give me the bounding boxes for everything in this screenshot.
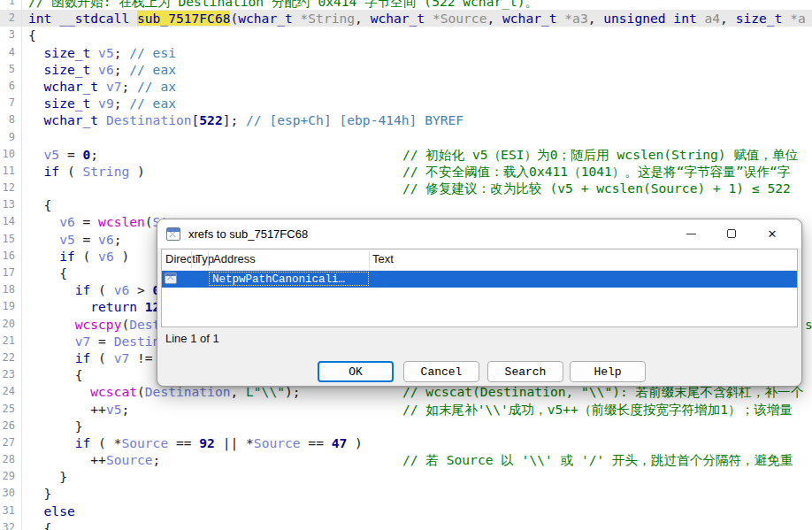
- line-number: 9: [0, 129, 22, 146]
- code-token: // [esp+Ch] [ebp-414h] BYREF: [246, 112, 463, 127]
- code-token: 47: [332, 435, 348, 450]
- code-token: *String: [301, 11, 356, 26]
- code-token: v5: [106, 402, 122, 417]
- cancel-button[interactable]: Cancel: [403, 361, 479, 382]
- code-token: }: [28, 419, 83, 434]
- xref-icon: [165, 273, 177, 284]
- code-token: a4: [705, 11, 721, 26]
- code-line[interactable]: 10 v5 = 0;// 初始化 v5（ESI）为0；随后用 wcslen(St…: [0, 146, 812, 163]
- line-number: 24: [0, 383, 22, 400]
- code-line[interactable]: 26 }: [0, 418, 812, 434]
- line-number: 6: [0, 78, 22, 95]
- maximize-icon[interactable]: [711, 219, 752, 248]
- code-token: *a3: [564, 11, 587, 26]
- code-token: Source: [106, 452, 153, 467]
- xrefs-window-icon: [166, 227, 180, 241]
- code-token: {: [28, 520, 51, 530]
- line-number: 26: [0, 418, 22, 434]
- code-line[interactable]: 8 wchar_t Destination[522]; // [esp+Ch] …: [0, 111, 812, 128]
- code-token: ++: [28, 452, 106, 467]
- code-line[interactable]: 25 ++v5;// 如末尾补'\\'成功，v5++（前缀长度按宽字符增加1）；…: [0, 401, 812, 418]
- code-token: return: [90, 299, 137, 314]
- code-line[interactable]: 4 size_t v5; // esi: [0, 44, 812, 61]
- help-button[interactable]: Help: [570, 361, 646, 382]
- code-line[interactable]: 12// 修复建议：改为比较 (v5 + wcslen(Source) + 1)…: [0, 180, 812, 196]
- code-token: v7: [106, 79, 122, 94]
- line-number: 10: [0, 146, 22, 163]
- code-line[interactable]: 3{: [0, 27, 812, 43]
- code-line[interactable]: 6 wchar_t v7; // ax: [0, 78, 812, 95]
- line-number: 7: [0, 95, 22, 111]
- dialog-titlebar[interactable]: xrefs to sub_7517FC68 ✕: [157, 219, 801, 248]
- code-token: ): [114, 249, 130, 264]
- code-token: 0: [83, 147, 91, 162]
- line-number: 27: [0, 434, 22, 451]
- line-number: 3: [0, 27, 22, 43]
- code-line[interactable]: 31 else: [0, 503, 812, 519]
- xref-row-selected[interactable]: Up p NetpwPathCanonicali… call sub_7517F…: [162, 271, 797, 288]
- code-token: // 函数开始: 在栈上为 Destination 分配约 0x414 字节空间…: [28, 0, 538, 9]
- column-header-address[interactable]: Address: [213, 252, 256, 265]
- code-token: size_t: [44, 96, 99, 111]
- code-line[interactable]: 5 size_t v6; // eax: [0, 61, 812, 78]
- close-icon[interactable]: ✕: [752, 219, 793, 248]
- line-number: 16: [0, 248, 22, 265]
- comment-fragment: s: [805, 316, 812, 333]
- code-token: {: [28, 265, 67, 280]
- line-number: 21: [0, 333, 22, 349]
- code-line[interactable]: 13 {: [0, 196, 812, 213]
- code-comment: // 不安全阈值：载入0x411（1041）。这是将“字节容量”误作“字: [402, 163, 790, 180]
- line-number: 11: [0, 163, 22, 180]
- code-line[interactable]: 27 if ( *Source == 92 || *Source == 47 ): [0, 434, 812, 451]
- column-header-type[interactable]: Typ: [195, 252, 214, 265]
- line-number: 5: [0, 61, 22, 78]
- code-token: {: [28, 367, 83, 382]
- code-token: [28, 334, 75, 349]
- code-token: (: [230, 11, 238, 26]
- column-header-direction[interactable]: Directi: [165, 252, 198, 265]
- code-token: if: [59, 249, 75, 264]
- code-token: if: [75, 350, 91, 365]
- code-token: [28, 249, 59, 264]
- code-token: v5: [59, 232, 75, 247]
- code-token: [: [192, 112, 200, 127]
- code-token: v9: [98, 96, 114, 111]
- code-token: ;: [114, 62, 130, 77]
- code-token: // eax: [129, 96, 176, 111]
- line-number: 13: [0, 196, 22, 213]
- code-line[interactable]: 28 ++Source;// 若 Source 以 '\\' 或 '/' 开头，…: [0, 451, 812, 468]
- ok-button[interactable]: OK: [318, 361, 394, 382]
- code-token: ;: [114, 232, 122, 247]
- code-line[interactable]: 29 }: [0, 468, 812, 485]
- code-line[interactable]: 2int __stdcall sub_7517FC68(wchar_t *Str…: [0, 10, 812, 27]
- column-header-text[interactable]: Text: [372, 252, 394, 265]
- search-button[interactable]: Search: [487, 361, 563, 382]
- code-token: // esi: [129, 45, 176, 60]
- line-number: 14: [0, 213, 22, 230]
- minimize-icon[interactable]: [670, 219, 711, 248]
- code-line[interactable]: 9: [0, 129, 812, 146]
- code-token: =: [75, 214, 98, 229]
- code-line[interactable]: 11 if ( String )// 不安全阈值：载入0x411（1041）。这…: [0, 163, 812, 180]
- code-token: ;: [153, 452, 161, 467]
- line-number: 1: [0, 0, 22, 10]
- code-token: ];: [223, 112, 246, 127]
- code-line[interactable]: 1// 函数开始: 在栈上为 Destination 分配约 0x414 字节空…: [0, 0, 812, 10]
- code-token: v6: [114, 282, 130, 297]
- code-token: =: [75, 232, 98, 247]
- code-token: [28, 147, 44, 162]
- code-token: *Source: [433, 11, 487, 26]
- line-number: 30: [0, 485, 22, 502]
- code-line[interactable]: 32 {: [0, 519, 812, 530]
- code-line[interactable]: 7 size_t v9; // eax: [0, 95, 812, 111]
- line-number: 29: [0, 468, 22, 485]
- code-token: (: [59, 164, 82, 179]
- code-token: [28, 164, 44, 179]
- code-token: ;: [114, 96, 130, 111]
- code-token: if: [75, 282, 91, 297]
- xref-direction: Up: [180, 304, 193, 321]
- code-line[interactable]: 30 }: [0, 485, 812, 502]
- code-token: wcscat: [90, 384, 137, 399]
- code-token: v5: [44, 147, 60, 162]
- xrefs-dialog: xrefs to sub_7517FC68 ✕ Directi Typ Addr…: [157, 219, 802, 387]
